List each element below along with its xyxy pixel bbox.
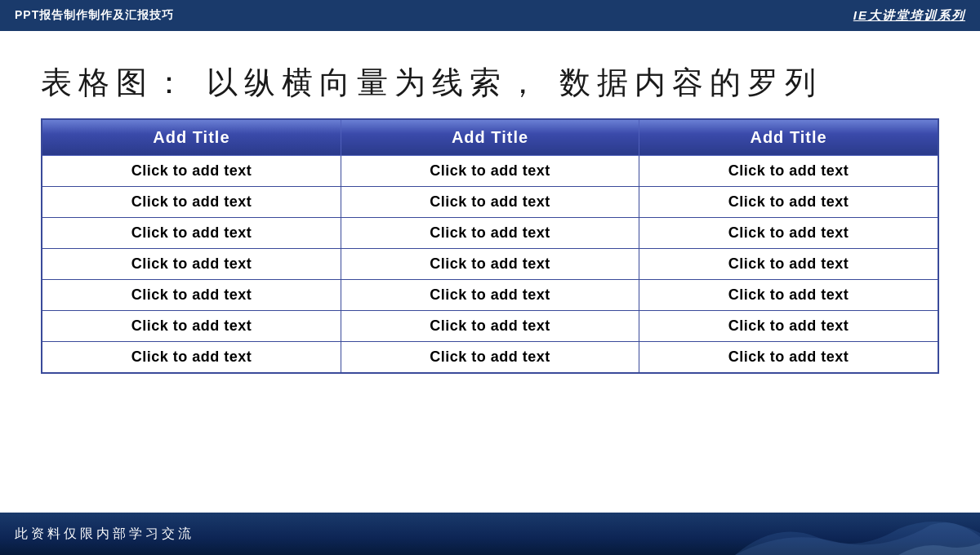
cell-5-0[interactable]: Click to add text <box>42 311 341 342</box>
cell-5-2[interactable]: Click to add text <box>639 311 938 342</box>
table-row: Click to add textClick to add textClick … <box>42 249 938 280</box>
cell-1-2[interactable]: Click to add text <box>639 187 938 218</box>
table-row: Click to add textClick to add textClick … <box>42 156 938 187</box>
col-header-3[interactable]: Add Title <box>639 119 938 156</box>
cell-4-2[interactable]: Click to add text <box>639 280 938 311</box>
cell-2-0[interactable]: Click to add text <box>42 218 341 249</box>
cell-4-1[interactable]: Click to add text <box>341 280 639 311</box>
cell-0-2[interactable]: Click to add text <box>639 156 938 187</box>
cell-3-1[interactable]: Click to add text <box>341 249 639 280</box>
cell-1-1[interactable]: Click to add text <box>341 187 639 218</box>
cell-1-0[interactable]: Click to add text <box>42 187 341 218</box>
table-row: Click to add textClick to add textClick … <box>42 311 938 342</box>
table-row: Click to add textClick to add textClick … <box>42 342 938 374</box>
cell-6-0[interactable]: Click to add text <box>42 342 341 374</box>
cell-0-1[interactable]: Click to add text <box>341 156 639 187</box>
table-row: Click to add textClick to add textClick … <box>42 280 938 311</box>
header-row: Add Title Add Title Add Title <box>42 119 938 156</box>
table-body: Click to add textClick to add textClick … <box>42 156 938 374</box>
col-header-1[interactable]: Add Title <box>42 119 341 156</box>
cell-5-1[interactable]: Click to add text <box>341 311 639 342</box>
slide: PPT报告制作制作及汇报技巧 IE大讲堂培训系列 表格图： 以纵横向量为线索， … <box>0 0 980 555</box>
footer-wave-decoration <box>735 513 980 555</box>
table-header: Add Title Add Title Add Title <box>42 119 938 156</box>
cell-2-2[interactable]: Click to add text <box>639 218 938 249</box>
cell-6-2[interactable]: Click to add text <box>639 342 938 374</box>
footer-text: 此资料仅限内部学习交流 <box>15 526 194 543</box>
cell-3-0[interactable]: Click to add text <box>42 249 341 280</box>
cell-2-1[interactable]: Click to add text <box>341 218 639 249</box>
table-row: Click to add textClick to add textClick … <box>42 218 938 249</box>
data-table: Add Title Add Title Add Title Click to a… <box>41 118 939 374</box>
header-brand: IE大讲堂培训系列 <box>853 8 965 24</box>
slide-title: 表格图： 以纵横向量为线索， 数据内容的罗列 <box>41 62 939 104</box>
cell-0-0[interactable]: Click to add text <box>42 156 341 187</box>
header-title: PPT报告制作制作及汇报技巧 <box>15 8 174 23</box>
col-header-2[interactable]: Add Title <box>341 119 639 156</box>
footer: 此资料仅限内部学习交流 <box>0 513 980 555</box>
header-bar: PPT报告制作制作及汇报技巧 IE大讲堂培训系列 <box>0 0 980 31</box>
cell-6-1[interactable]: Click to add text <box>341 342 639 374</box>
table-row: Click to add textClick to add textClick … <box>42 187 938 218</box>
main-content: 表格图： 以纵横向量为线索， 数据内容的罗列 Add Title Add Tit… <box>0 31 980 374</box>
cell-4-0[interactable]: Click to add text <box>42 280 341 311</box>
cell-3-2[interactable]: Click to add text <box>639 249 938 280</box>
